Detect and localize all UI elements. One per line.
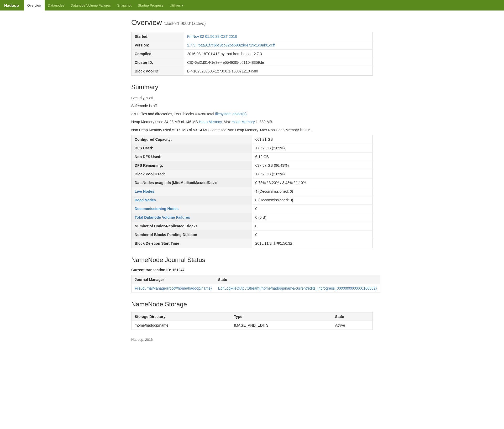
metric-label: Dead Nodes xyxy=(132,196,252,204)
metric-label-link[interactable]: Dead Nodes xyxy=(135,198,156,202)
metric-row: DFS Used:17.52 GB (2.65%) xyxy=(132,144,373,152)
metric-value: 0 xyxy=(252,230,373,239)
non-heap-memory: Non Heap Memory used 52.09 MB of 53.14 M… xyxy=(131,127,373,133)
storage-col-dir: Storage Directory xyxy=(132,312,231,321)
security-status: Security is off. xyxy=(131,95,373,101)
info-value: 2016-08-18T01:41Z by root from branch-2.… xyxy=(184,50,373,58)
metric-label-link[interactable]: Total Datanode Volume Failures xyxy=(135,215,190,219)
journal-table: Journal Manager State FileJournalManager… xyxy=(131,275,380,293)
main-content: Overview 'cluster1:9000' (active) Starte… xyxy=(126,11,378,357)
metric-row: Live Nodes4 (Decommissioned: 0) xyxy=(132,187,373,196)
metric-row: Block Deletion Start Time2018/11/2 上午1:5… xyxy=(132,239,373,248)
nav-snapshot[interactable]: Snapshot xyxy=(114,0,135,11)
metric-row: Non DFS Used:6.12 GB xyxy=(132,152,373,161)
page-title: Overview 'cluster1:9000' (active) xyxy=(131,18,373,27)
metric-value: 4 (Decommissioned: 0) xyxy=(252,187,373,196)
metric-row: DFS Remaining:637.57 GB (96.43%) xyxy=(132,161,373,170)
metric-value: 661.21 GB xyxy=(252,135,373,144)
footer: Hadoop, 2016. xyxy=(131,338,373,342)
journal-state: EditLogFileOutputStream(/home/hadoop/nam… xyxy=(215,284,380,292)
metric-value: 0 (0 B) xyxy=(252,213,373,222)
metric-row: Dead Nodes0 (Decommissioned: 0) xyxy=(132,196,373,204)
metric-label-link[interactable]: Live Nodes xyxy=(135,189,154,193)
metric-label: Block Deletion Start Time xyxy=(132,239,252,248)
metric-label: Number of Under-Replicated Blocks xyxy=(132,222,252,230)
metric-label: Non DFS Used: xyxy=(132,152,252,161)
metric-label: Block Pool Used: xyxy=(132,170,252,178)
metric-value: 6.12 GB xyxy=(252,152,373,161)
safemode-status: Safemode is off. xyxy=(131,103,373,109)
info-value: 2.7.3, rbaa91f7c6bc9cb92be5982de4719c1c8… xyxy=(184,41,373,50)
brand-logo: Hadoop xyxy=(4,3,19,8)
nav-datanode-volume-failures[interactable]: Datanode Volume Failures xyxy=(67,0,114,11)
info-row: Version:2.7.3, rbaa91f7c6bc9cb92be5982de… xyxy=(132,41,373,50)
info-row: Compiled:2016-08-18T01:41Z by root from … xyxy=(132,50,373,58)
storage-col-state: State xyxy=(332,312,372,321)
journal-col-manager: Journal Manager xyxy=(132,275,215,284)
metric-row: DataNodes usages% (Min/Median/Max/stdDev… xyxy=(132,178,373,187)
metric-value: 0 xyxy=(252,204,373,213)
nav-utilities[interactable]: Utilities ▾ xyxy=(167,3,187,7)
metric-label-link[interactable]: Decommissioning Nodes xyxy=(135,207,178,211)
storage-title: NameNode Storage xyxy=(131,301,373,308)
storage-dir: /home/hadoop/name xyxy=(132,321,231,329)
metric-label: DFS Remaining: xyxy=(132,161,252,170)
metric-value: 0.75% / 3.20% / 3.48% / 1.10% xyxy=(252,178,373,187)
metric-row: Total Datanode Volume Failures0 (0 B) xyxy=(132,213,373,222)
metric-row: Number of Blocks Pending Deletion0 xyxy=(132,230,373,239)
filesystem-link[interactable]: filesystem object(s) xyxy=(215,112,246,116)
metric-label: DataNodes usages% (Min/Median/Max/stdDev… xyxy=(132,178,252,187)
metric-label: DFS Used: xyxy=(132,144,252,152)
metric-label: Total Datanode Volume Failures xyxy=(132,213,252,222)
metric-row: Decommissioning Nodes0 xyxy=(132,204,373,213)
metric-value: 0 (Decommissioned: 0) xyxy=(252,196,373,204)
storage-type: IMAGE_AND_EDITS xyxy=(231,321,332,329)
navbar: Hadoop Overview Datanodes Datanode Volum… xyxy=(0,0,504,11)
info-value: Fri Nov 02 01:56:32 CST 2018 xyxy=(184,32,373,41)
info-value: BP-1023209685-127.0.0.1-1533712134580 xyxy=(184,67,373,76)
journal-row: FileJournalManager(root=/home/hadoop/nam… xyxy=(132,284,380,292)
metric-value: 2018/11/2 上午1:56:32 xyxy=(252,239,373,248)
metric-row: Number of Under-Replicated Blocks0 xyxy=(132,222,373,230)
metric-value: 17.52 GB (2.65%) xyxy=(252,170,373,178)
cluster-id: 'cluster1:9000' (active) xyxy=(164,21,206,26)
info-label: Compiled: xyxy=(132,50,184,58)
storage-col-type: Type xyxy=(231,312,332,321)
info-label: Started: xyxy=(132,32,184,41)
storage-table: Storage Directory Type State /home/hadoo… xyxy=(131,312,373,330)
nav-datanodes[interactable]: Datanodes xyxy=(45,0,67,11)
info-label: Block Pool ID: xyxy=(132,67,184,76)
metric-label: Decommissioning Nodes xyxy=(132,204,252,213)
filesystem-objects: 3700 files and directories, 2580 blocks … xyxy=(131,111,373,117)
info-label: Version: xyxy=(132,41,184,50)
summary-title: Summary xyxy=(131,83,373,91)
journal-title: NameNode Journal Status xyxy=(131,256,373,264)
metrics-table: Configured Capacity:661.21 GBDFS Used:17… xyxy=(131,135,373,248)
metric-label: Live Nodes xyxy=(132,187,252,196)
heap-link1[interactable]: Heap Memory xyxy=(199,120,222,124)
metric-label: Configured Capacity: xyxy=(132,135,252,144)
metric-value: 637.57 GB (96.43%) xyxy=(252,161,373,170)
nav-startup-progress[interactable]: Startup Progress xyxy=(135,0,167,11)
info-row: Block Pool ID:BP-1023209685-127.0.0.1-15… xyxy=(132,67,373,76)
storage-state: Active xyxy=(332,321,372,329)
journal-manager: FileJournalManager(root=/home/hadoop/nam… xyxy=(132,284,215,292)
info-link[interactable]: 2.7.3, rbaa91f7c6bc9cb92be5982de4719c1c8… xyxy=(187,43,275,47)
metric-value: 17.52 GB (2.65%) xyxy=(252,144,373,152)
info-row: Cluster ID:CID-6af2d014-1e3e-4e55-8095-b… xyxy=(132,58,373,67)
journal-col-state: State xyxy=(215,275,380,284)
heap-link2[interactable]: Heap Memory xyxy=(232,120,255,124)
storage-row: /home/hadoop/nameIMAGE_AND_EDITSActive xyxy=(132,321,373,329)
metric-row: Block Pool Used:17.52 GB (2.65%) xyxy=(132,170,373,178)
metric-value: 0 xyxy=(252,222,373,230)
info-link[interactable]: Fri Nov 02 01:56:32 CST 2018 xyxy=(187,34,237,39)
nav-overview[interactable]: Overview xyxy=(24,0,45,11)
metric-label: Number of Blocks Pending Deletion xyxy=(132,230,252,239)
current-txn: Current transaction ID: 161247 xyxy=(131,268,373,272)
info-row: Started:Fri Nov 02 01:56:32 CST 2018 xyxy=(132,32,373,41)
metric-row: Configured Capacity:661.21 GB xyxy=(132,135,373,144)
info-value: CID-6af2d014-1e3e-4e55-8095-b511048359de xyxy=(184,58,373,67)
info-table: Started:Fri Nov 02 01:56:32 CST 2018Vers… xyxy=(131,32,373,76)
heap-memory: Heap Memory used 34.28 MB of 146 MB Heap… xyxy=(131,119,373,125)
info-label: Cluster ID: xyxy=(132,58,184,67)
